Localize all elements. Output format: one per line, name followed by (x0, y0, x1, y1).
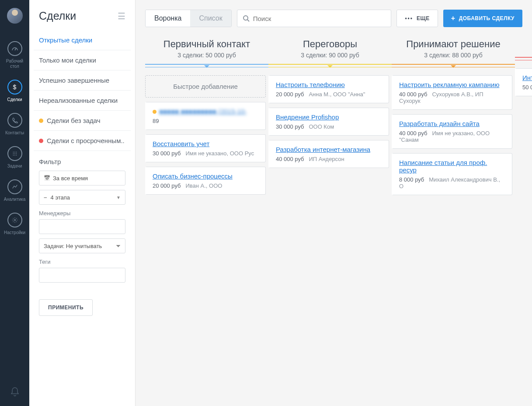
card-title: Разработать дизайн сайта (399, 120, 480, 127)
add-deal-button[interactable]: +ДОБАВИТЬ СДЕЛКУ (443, 10, 522, 27)
bell-icon[interactable] (10, 387, 20, 397)
card-price: 8 000 руб (399, 176, 424, 183)
deal-card[interactable]: Настроить рекламную кампанию40 000 руб С… (392, 75, 512, 110)
kanban-board: Первичный контакт3 сделки: 50 000 рубБыс… (136, 35, 532, 200)
nav-desktop[interactable]: Рабочий стол (0, 37, 29, 75)
card-title: ■■■■■ ■■■■■■■■■ (2015-10- (159, 108, 247, 115)
column-title: Принимают решение (392, 38, 515, 50)
gauge-icon (7, 41, 22, 56)
filter-item-label: Нереализованные сделки (39, 97, 118, 104)
filter-item[interactable]: Успешно завершенные (34, 70, 131, 91)
column-subtitle: 3 сделки: 50 000 руб (145, 52, 268, 59)
sidebar-title: Сделки (39, 10, 76, 22)
deal-card[interactable]: Разработка интернет-магазина40 000 руб И… (268, 140, 389, 168)
card-price: 40 000 руб (399, 130, 428, 136)
column-subtitle: 3 сделки: 88 000 руб (392, 52, 515, 59)
filter-heading: Фильтр (39, 158, 125, 165)
status-dot-icon (153, 110, 156, 114)
chart-icon (7, 179, 22, 194)
more-button[interactable]: •••ЕЩЕ (396, 10, 438, 27)
card-contact: Имя не указано, ООО Рус (185, 150, 254, 157)
tags-input[interactable] (39, 268, 125, 283)
card-price: 30 000 руб (276, 123, 304, 130)
svg-point-4 (13, 153, 14, 154)
column-title: Со (515, 38, 532, 50)
plus-icon: + (451, 14, 456, 22)
deal-card[interactable]: Инт50 0 (515, 68, 532, 96)
managers-input[interactable] (39, 219, 125, 234)
main-content: Воронка Список •••ЕЩЕ +ДОБАВИТЬ СДЕЛКУ П… (136, 0, 532, 406)
avatar[interactable] (7, 8, 23, 24)
card-price: 40 000 руб (399, 91, 428, 98)
svg-point-2 (14, 152, 15, 153)
svg-point-1 (13, 152, 14, 153)
deal-card[interactable]: Описать бизнес-процессы20 000 руб Иван А… (145, 167, 266, 195)
card-contact: Иван А., ООО (185, 182, 222, 189)
phone-icon (7, 113, 22, 128)
card-title: Настроить рекламную кампанию (399, 81, 499, 88)
toolbar: Воронка Список •••ЕЩЕ +ДОБАВИТЬ СДЕЛКУ (136, 0, 532, 35)
apply-button[interactable]: ПРИМЕНИТЬ (39, 299, 93, 316)
card-price: 50 0 (522, 84, 532, 91)
date-filter[interactable]: За все время (39, 171, 125, 186)
search-icon (243, 15, 250, 22)
filter-item[interactable]: Только мои сделки (34, 50, 131, 70)
svg-point-3 (16, 152, 17, 153)
card-contact: Анна М., ООО "Анна" (309, 91, 365, 98)
column-bar (268, 64, 392, 67)
tab-funnel[interactable]: Воронка (146, 10, 190, 27)
deal-card[interactable]: Написание статьи для проф. ресур8 000 ру… (392, 153, 512, 195)
svg-line-12 (247, 20, 249, 21)
svg-point-10 (14, 219, 16, 221)
card-price: 30 000 руб (153, 150, 181, 157)
card-title: Описать бизнес-процессы (153, 172, 233, 180)
svg-point-8 (14, 155, 15, 156)
filter-item-label: Сделки с просроченным.. (47, 137, 125, 144)
nav-contacts[interactable]: Контакты (0, 108, 29, 142)
card-contact: ИП Андерсон (309, 156, 344, 162)
dollar-icon: $ (7, 80, 22, 94)
managers-label: Менеджеры (39, 210, 125, 217)
left-nav: Рабочий стол $ Сделки Контакты Задачи Ан… (0, 0, 29, 406)
deal-card[interactable]: ■■■■■ ■■■■■■■■■ (2015-10-89 (145, 102, 266, 130)
filter-item-label: Открытые сделки (39, 36, 92, 44)
filter-item-label: Только мои сделки (39, 56, 96, 64)
card-title: Восстановить учет (153, 140, 209, 147)
tasks-filter[interactable]: Задачи: Не учитывать (39, 238, 125, 253)
column-title: Первичный контакт (145, 38, 268, 50)
gear-icon (7, 213, 22, 228)
dots-icon: ••• (405, 15, 413, 21)
stages-filter[interactable]: 4 этапа▼ (39, 190, 125, 205)
nav-bottom (10, 378, 20, 406)
filter-item[interactable]: Сделки с просроченным.. (34, 131, 131, 151)
deal-card[interactable]: Восстановить учет30 000 руб Имя не указа… (145, 134, 266, 162)
card-title: Написание статьи для проф. ресур (399, 159, 487, 174)
svg-point-6 (16, 153, 17, 154)
view-tabs: Воронка Список (145, 10, 232, 27)
tab-list[interactable]: Список (190, 10, 231, 27)
deal-card[interactable]: Настроить телефонию20 000 руб Анна М., О… (268, 75, 389, 103)
card-title: Настроить телефонию (276, 81, 345, 88)
svg-point-7 (13, 155, 14, 156)
nav-tasks[interactable]: Задачи (0, 142, 29, 175)
hamburger-icon[interactable]: ☰ (118, 11, 125, 21)
nav-deals[interactable]: $ Сделки (0, 75, 29, 108)
search-input[interactable] (253, 15, 386, 22)
card-contact: ООО Ком (309, 123, 334, 130)
deal-card[interactable]: Внедрение Profishop30 000 руб ООО Ком (268, 108, 389, 136)
search-box[interactable] (237, 10, 392, 27)
sidebar: Сделки ☰ Открытые сделкиТолько мои сделк… (29, 0, 136, 406)
deal-card[interactable]: Разработать дизайн сайта40 000 руб Имя н… (392, 114, 512, 149)
filter-item[interactable]: Открытые сделки (34, 30, 131, 50)
filter-item[interactable]: Сделки без задач (34, 111, 131, 131)
quick-add-card[interactable]: Быстрое добавление (145, 75, 266, 98)
status-dot-icon (39, 119, 43, 123)
nav-settings[interactable]: Настройки (0, 208, 29, 242)
filter-item-label: Сделки без задач (47, 117, 101, 124)
filter-item[interactable]: Нереализованные сделки (34, 91, 131, 111)
kanban-column: Переговоры3 сделки: 90 000 рубНастроить … (268, 35, 392, 200)
svg-point-9 (16, 155, 17, 156)
column-bar (392, 64, 515, 67)
nav-analytics[interactable]: Аналитика (0, 175, 29, 208)
svg-point-5 (14, 153, 15, 154)
